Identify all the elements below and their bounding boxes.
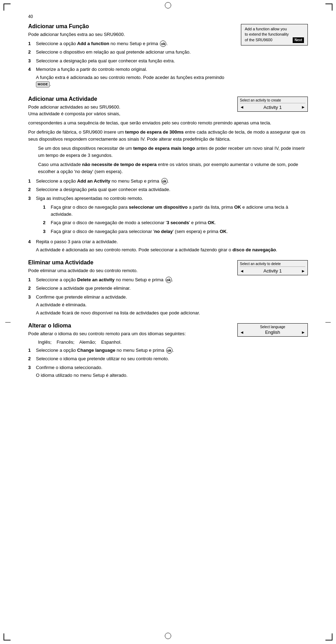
- title-adicionar-actividade: Adicionar uma Actividade: [28, 96, 230, 102]
- side-mark-left: [5, 322, 11, 323]
- ok-icon: ok: [161, 178, 168, 184]
- actividade-body: correspondentes a uma sequência de tecla…: [28, 119, 308, 143]
- step-content: Seleccione a actividade que pretende eli…: [36, 285, 308, 292]
- actividade-body-p2: Por definição de fábrica, o SRU9600 inse…: [28, 129, 308, 143]
- lcd-arrow-left: ◄: [240, 330, 244, 335]
- actividade-body-p1: correspondentes a uma sequência de tecla…: [28, 119, 308, 127]
- lcd-row: ◄ Activity 1 ►: [240, 268, 305, 274]
- step-1: 1 Seleccione a opção Delete an activity …: [28, 276, 308, 283]
- intro-adicionar-funcao: Pode adicionar funções extra ao seu SRU9…: [28, 31, 234, 38]
- lcd-row: ◄ Activity 1 ►: [240, 105, 305, 110]
- step-1: 1 Seleccione a opção Add an Activity no …: [28, 178, 308, 185]
- step-3: 3 Confirme que pretende eliminar a activ…: [28, 294, 308, 317]
- step-4: 4 Memorize a função a partir do controlo…: [28, 66, 234, 88]
- step-content: Memorize a função a partir do controlo r…: [36, 66, 234, 88]
- steps-eliminar: 1 Seleccione a opção Delete an activity …: [28, 276, 308, 317]
- lcd-top-label: Select an activity to delete: [240, 262, 305, 267]
- lcd-row: ◄ English ►: [240, 330, 305, 335]
- step-2: 2 Seleccione o dispositivo em relação ao…: [28, 49, 234, 56]
- mode-icon: MODE: [36, 81, 50, 88]
- lcd-value: English: [265, 330, 280, 335]
- sub-step-3: 3 Faça girar o disco de navegação para s…: [43, 228, 308, 235]
- step-num: 1: [28, 347, 33, 354]
- ok-icon: ok: [166, 347, 173, 354]
- crosshair-top-circle: [165, 2, 171, 8]
- next-button[interactable]: Next: [293, 37, 304, 43]
- lcd-box-actividade-create: Select an activity to create ◄ Activity …: [237, 97, 308, 112]
- lcd-arrow-right: ►: [301, 269, 305, 274]
- page-container: 40 Adicionar uma Função Pode adicionar f…: [0, 0, 336, 644]
- step-content: Seleccione a designação pela qual quer c…: [36, 57, 234, 65]
- lcd-top-label: Select language: [240, 325, 305, 329]
- ok-icon: ok: [160, 41, 166, 47]
- lcd-value: Activity 1: [263, 105, 282, 110]
- steps-actividade: 1 Seleccione a opção Add an Activity no …: [28, 178, 308, 253]
- step-content: Seleccione a opção Add a function no men…: [36, 40, 234, 47]
- step-num: 3: [28, 294, 33, 317]
- step-num: 4: [28, 66, 33, 88]
- sub-step-2: 2 Faça girar o disco de navegação de mod…: [43, 219, 308, 226]
- step-num: 4: [28, 238, 33, 253]
- step-2: 2 Seleccione o idioma que pretende utili…: [28, 355, 308, 362]
- step-3: 3 Siga as instruções apresentadas no con…: [28, 195, 308, 237]
- title-adicionar-funcao: Adicionar uma Função: [28, 23, 234, 30]
- sub-step-num: 2: [43, 219, 48, 226]
- sub-step-content: Faça girar o disco de navegação para sel…: [51, 204, 308, 217]
- step-2: 2 Seleccione a designação pela qual quer…: [28, 186, 308, 193]
- step-content: Seleccione a designação pela qual quer c…: [36, 186, 308, 193]
- step-content: Seleccione a opção Delete an activity no…: [36, 276, 308, 283]
- info-box-funcao: Add a function allow you to extend the f…: [241, 24, 308, 45]
- step-content: Seleccione a opção Change language no me…: [36, 347, 308, 354]
- lcd-box-idioma: Select language ◄ English ►: [237, 323, 308, 337]
- intro-alterar-idioma: Pode alterar o idioma do seu controlo re…: [28, 330, 230, 337]
- section-adicionar-actividade: Adicionar uma Actividade Pode adicionar …: [28, 96, 308, 253]
- section-eliminar-actividade: Eliminar uma Actividade Pode eliminar um…: [28, 259, 308, 316]
- lcd-arrow-right: ►: [301, 330, 305, 335]
- step-3: 3 Confirme o idioma seleccionado. O idio…: [28, 364, 308, 379]
- intro-eliminar-actividade: Pode eliminar uma actividade do seu cont…: [28, 267, 230, 274]
- corner-mark-bl: [4, 633, 11, 640]
- sub-steps: 1 Faça girar o disco de navegação para s…: [43, 204, 308, 235]
- step-4: 4 Repita o passo 3 para criar a activida…: [28, 238, 308, 253]
- ok-icon: ok: [166, 277, 172, 283]
- lcd-top-label: Select an activity to create: [240, 98, 305, 103]
- step-3: 3 Seleccione a designação pela qual quer…: [28, 57, 234, 65]
- corner-mark-br: [325, 633, 332, 640]
- step-content: Confirme o idioma seleccionado. O idioma…: [36, 364, 308, 379]
- step-content: Seleccione a opção Add an Activity no me…: [36, 178, 308, 185]
- step-num: 2: [28, 285, 33, 292]
- actividade-indent2: Caso uma actividade não necessite de tem…: [38, 161, 308, 175]
- step-num: 2: [28, 355, 33, 362]
- intro-adicionar-actividade: Pode adicionar actividades ao seu SRU960…: [28, 104, 230, 117]
- lcd-box-actividade-delete: Select an activity to delete ◄ Activity …: [237, 260, 308, 275]
- info-line1: Add a function allow you: [245, 26, 304, 32]
- corner-mark-tr: [325, 4, 332, 11]
- title-alterar-idioma: Alterar o Idioma: [28, 323, 230, 329]
- step-num: 1: [28, 178, 33, 185]
- step-content: Repita o passo 3 para criar a actividade…: [36, 238, 308, 253]
- side-mark-right: [325, 322, 331, 323]
- step-content: Seleccione o idioma que pretende utiliza…: [36, 355, 308, 362]
- step-num: 2: [28, 49, 33, 56]
- lang-list: Inglês; Francês; Alemão; Espanhol.: [38, 339, 230, 345]
- step-num: 3: [28, 195, 33, 237]
- step-content: Siga as instruções apresentadas no contr…: [36, 195, 308, 237]
- page-number: 40: [28, 14, 308, 19]
- info-line2: to extend the functionality: [245, 32, 304, 37]
- step-num: 3: [28, 57, 33, 65]
- lcd-arrow-right: ►: [301, 105, 305, 110]
- section-adicionar-funcao: Adicionar uma Função Pode adicionar funç…: [28, 23, 308, 90]
- corner-mark-tl: [4, 4, 11, 11]
- sub-step-content: Faça girar o disco de navegação para sel…: [51, 228, 308, 235]
- step-num: 1: [28, 40, 33, 47]
- sub-step-num: 3: [43, 228, 48, 235]
- lcd-value: Activity 1: [263, 268, 282, 274]
- steps-adicionar-funcao: 1 Seleccione a opção Add a function no m…: [28, 40, 234, 88]
- step-content: Seleccione o dispositivo em relação ao q…: [36, 49, 234, 56]
- steps-idioma: 1 Seleccione a opção Change language no …: [28, 347, 308, 379]
- step-2: 2 Seleccione a actividade que pretende e…: [28, 285, 308, 292]
- lcd-arrow-left: ◄: [240, 269, 244, 274]
- title-eliminar-actividade: Eliminar uma Actividade: [28, 259, 230, 266]
- sub-step-content: Faça girar o disco de navegação de modo …: [51, 219, 308, 226]
- step-num: 3: [28, 364, 33, 379]
